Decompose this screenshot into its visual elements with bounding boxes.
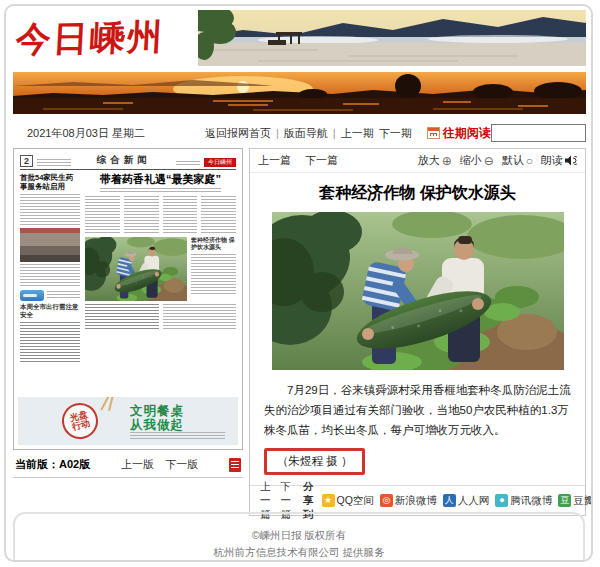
page-thumbnail-panel: 2 综合新闻 今日嵊州 首批54家民生药事服务站启用 bbox=[13, 148, 243, 478]
douban-icon: 豆 bbox=[558, 494, 571, 507]
byline-annotation-box: （朱煜程 摄 ） bbox=[264, 448, 365, 475]
thumb-melon-photo bbox=[85, 237, 187, 301]
thumb-mini-logo: 今日嵊州 bbox=[204, 158, 236, 167]
thumb-ad-banner: 光盘 行动 文明餐桌 从我做起 bbox=[18, 397, 238, 445]
search-area: 搜 索 嵊州网搜索 bbox=[491, 123, 593, 144]
share-renren[interactable]: 人 人人网 bbox=[443, 494, 490, 508]
text-placeholder bbox=[124, 196, 159, 234]
lake-photo-graphic bbox=[198, 10, 586, 66]
renren-icon: 人 bbox=[443, 494, 456, 507]
thumb-main-headline: 带着药香礼遇“最美家庭” bbox=[85, 173, 236, 186]
thumb-photo-indoor bbox=[20, 228, 80, 262]
weather-icon bbox=[20, 290, 44, 301]
default-size-button[interactable]: 默认○ bbox=[502, 153, 533, 168]
byline-text: （朱煜程 摄 ） bbox=[277, 455, 352, 467]
zoom-out-icon: ⊖ bbox=[484, 155, 494, 167]
text-placeholder bbox=[20, 194, 80, 226]
stamp-text: 行动 bbox=[71, 419, 91, 433]
weather-widget bbox=[20, 290, 80, 301]
ad-slogan-line: 文明餐桌 bbox=[130, 404, 184, 418]
pdf-icon[interactable] bbox=[229, 458, 241, 472]
thumb-section-name: 综合新闻 bbox=[75, 154, 172, 167]
thumb-text-columns bbox=[85, 304, 236, 330]
current-page-label: 当前版： bbox=[15, 457, 59, 472]
thumb-page-number: 2 bbox=[20, 155, 33, 167]
thumb-left-column: 首批54家民生药事服务站启用 本周全市出行需注意安全 bbox=[20, 173, 80, 364]
separator: | bbox=[333, 127, 336, 139]
text-placeholder bbox=[163, 304, 237, 330]
thumb-weather-headline: 本周全市出行需注意安全 bbox=[20, 303, 80, 320]
home-link[interactable]: 返回报网首页 bbox=[205, 126, 271, 141]
zoom-in-button[interactable]: 放大⊕ bbox=[418, 153, 452, 168]
sunset-graphic bbox=[13, 72, 586, 114]
share-douban[interactable]: 豆 豆瓣 bbox=[558, 494, 593, 508]
text-placeholder bbox=[163, 196, 198, 234]
speaker-icon bbox=[565, 155, 577, 166]
share-item-label: 人人网 bbox=[458, 494, 490, 508]
thumb-text-columns bbox=[85, 196, 236, 234]
text-placeholder bbox=[20, 322, 80, 364]
divider bbox=[20, 169, 236, 170]
article-panel: 上一篇 下一篇 放大⊕ 缩小⊖ 默认○ 朗读 套种经济作物 保护饮水源头 7月2… bbox=[249, 148, 586, 516]
article-title: 套种经济作物 保护饮水源头 bbox=[256, 183, 579, 204]
chopsticks-icon bbox=[108, 397, 114, 411]
prev-page-link[interactable]: 上一版 bbox=[121, 458, 154, 470]
toolbar-nav: 返回报网首页 | 版面导航 | 上一期 下一期 往期阅读 bbox=[205, 125, 491, 142]
thumb-side-headline: 首批54家民生药事服务站启用 bbox=[20, 173, 80, 192]
toolbar: 2021年08月03日 星期二 返回报网首页 | 版面导航 | 上一期 下一期 … bbox=[13, 118, 586, 148]
text-placeholder bbox=[37, 159, 71, 167]
page-nav-link[interactable]: 版面导航 bbox=[284, 126, 328, 141]
archive-link[interactable]: 往期阅读 bbox=[427, 125, 491, 142]
site-logo: 今日嵊州 bbox=[16, 12, 186, 64]
share-item-label: 新浪微博 bbox=[395, 494, 437, 508]
sina-weibo-icon: ◎ bbox=[380, 494, 393, 507]
text-placeholder bbox=[100, 188, 221, 193]
prev-issue-link[interactable]: 上一期 bbox=[341, 126, 374, 141]
default-size-icon: ○ bbox=[526, 155, 533, 167]
article-body: 7月29日，谷来镇舜源村采用香榧地套种冬瓜防治泥土流失的治沙项目通过有关部门验收… bbox=[250, 376, 585, 440]
page-thumbnail[interactable]: 2 综合新闻 今日嵊州 首批54家民生药事服务站启用 bbox=[13, 148, 243, 450]
ad-slogan-line: 从我做起 bbox=[130, 418, 184, 432]
thumb-page-header: 2 综合新闻 今日嵊州 bbox=[18, 153, 238, 168]
archive-label: 往期阅读 bbox=[443, 125, 491, 142]
share-item-label: 豆瓣 bbox=[573, 494, 593, 508]
view-tools: 放大⊕ 缩小⊖ 默认○ 朗读 bbox=[418, 153, 577, 168]
prev-article-link[interactable]: 上一篇 bbox=[258, 153, 291, 168]
share-qzone[interactable]: ★ QQ空间 bbox=[322, 494, 374, 508]
text-placeholder bbox=[176, 161, 200, 167]
text-placeholder bbox=[85, 196, 120, 234]
next-page-link[interactable]: 下一版 bbox=[165, 458, 198, 470]
read-aloud-button[interactable]: 朗读 bbox=[541, 153, 577, 168]
masthead-lake-photo bbox=[198, 10, 586, 66]
next-issue-link[interactable]: 下一期 bbox=[379, 126, 412, 141]
zoom-out-button[interactable]: 缩小⊖ bbox=[460, 153, 494, 168]
next-article-link[interactable]: 下一篇 bbox=[305, 153, 338, 168]
issue-date: 2021年08月03日 星期二 bbox=[27, 126, 145, 141]
footer: ©嵊州日报 版权所有 杭州前方信息技术有限公司 提供服务 bbox=[13, 512, 585, 562]
share-item-label: 腾讯微博 bbox=[510, 494, 552, 508]
calendar-icon bbox=[427, 127, 440, 139]
current-page-value: A02版 bbox=[59, 457, 90, 472]
ad-slogan: 文明餐桌 从我做起 bbox=[130, 404, 184, 433]
zoom-in-icon: ⊕ bbox=[442, 155, 452, 167]
text-placeholder bbox=[47, 291, 80, 300]
share-bar: 上一篇 下一篇 分享到 ★ QQ空间 ◎ 新浪微博 人 人人网 ● 腾讯微博 豆… bbox=[250, 485, 585, 515]
article-controls: 上一篇 下一篇 放大⊕ 缩小⊖ 默认○ 朗读 bbox=[250, 149, 585, 173]
share-tencent-weibo[interactable]: ● 腾讯微博 bbox=[495, 494, 552, 508]
page-card: 今日嵊州 bbox=[4, 4, 593, 562]
text-placeholder bbox=[20, 264, 80, 288]
tencent-weibo-icon: ● bbox=[495, 494, 508, 507]
share-item-label: QQ空间 bbox=[337, 494, 374, 508]
search-button[interactable]: 搜 索 bbox=[592, 123, 593, 144]
search-input[interactable] bbox=[491, 124, 586, 142]
text-placeholder bbox=[85, 304, 159, 330]
banner-sunset-photo bbox=[13, 72, 586, 114]
text-placeholder bbox=[130, 432, 225, 440]
current-page-bar: 当前版： A02版 上一版 下一版 bbox=[13, 456, 243, 478]
share-sina-weibo[interactable]: ◎ 新浪微博 bbox=[380, 494, 437, 508]
thumb-photo-story: 套种经济作物 保护饮水源头 bbox=[191, 237, 236, 301]
qzone-icon: ★ bbox=[322, 494, 335, 507]
text-placeholder bbox=[201, 196, 236, 234]
thumb-main-column: 带着药香礼遇“最美家庭” 套种经济作物 保护饮水源头 bbox=[85, 173, 236, 364]
text-placeholder bbox=[191, 254, 236, 294]
